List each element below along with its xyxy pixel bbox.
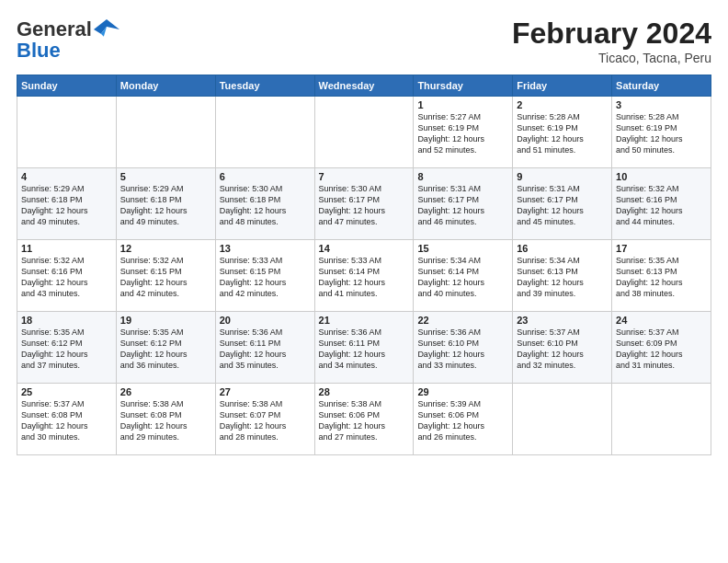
day-number: 3	[616, 99, 707, 110]
calendar-day-cell: 16Sunrise: 5:34 AM Sunset: 6:13 PM Dayli…	[513, 240, 612, 312]
calendar-day-cell: 4Sunrise: 5:29 AM Sunset: 6:18 PM Daylig…	[17, 168, 117, 240]
day-info: Sunrise: 5:30 AM Sunset: 6:18 PM Dayligh…	[220, 183, 311, 228]
day-number: 26	[120, 386, 211, 397]
day-info: Sunrise: 5:35 AM Sunset: 6:12 PM Dayligh…	[21, 327, 112, 372]
calendar-day-cell	[215, 97, 314, 168]
calendar-day-cell: 7Sunrise: 5:30 AM Sunset: 6:17 PM Daylig…	[314, 168, 414, 240]
day-number: 27	[220, 386, 311, 397]
calendar-day-cell: 25Sunrise: 5:37 AM Sunset: 6:08 PM Dayli…	[17, 384, 117, 455]
day-number: 4	[21, 171, 112, 182]
day-number: 18	[21, 315, 112, 326]
calendar-day-cell: 17Sunrise: 5:35 AM Sunset: 6:13 PM Dayli…	[612, 240, 711, 312]
calendar-day-cell: 21Sunrise: 5:36 AM Sunset: 6:11 PM Dayli…	[314, 312, 414, 384]
calendar-day-cell: 22Sunrise: 5:36 AM Sunset: 6:10 PM Dayli…	[414, 312, 513, 384]
day-number: 5	[120, 171, 211, 182]
day-info: Sunrise: 5:28 AM Sunset: 6:19 PM Dayligh…	[616, 111, 707, 156]
day-info: Sunrise: 5:37 AM Sunset: 6:09 PM Dayligh…	[616, 327, 707, 372]
month-title: February 2024	[512, 17, 711, 51]
weekday-header-cell: Sunday	[17, 75, 117, 97]
calendar-day-cell	[116, 97, 215, 168]
weekday-header-cell: Tuesday	[215, 75, 314, 97]
day-number: 8	[417, 171, 508, 182]
calendar-week-row: 1Sunrise: 5:27 AM Sunset: 6:19 PM Daylig…	[17, 97, 711, 168]
day-info: Sunrise: 5:39 AM Sunset: 6:06 PM Dayligh…	[417, 398, 508, 443]
day-info: Sunrise: 5:32 AM Sunset: 6:16 PM Dayligh…	[616, 183, 707, 228]
weekday-header-cell: Saturday	[612, 75, 711, 97]
calendar-day-cell: 26Sunrise: 5:38 AM Sunset: 6:08 PM Dayli…	[116, 384, 215, 455]
day-info: Sunrise: 5:38 AM Sunset: 6:06 PM Dayligh…	[319, 398, 410, 443]
day-number: 7	[319, 171, 410, 182]
calendar-day-cell: 23Sunrise: 5:37 AM Sunset: 6:10 PM Dayli…	[513, 312, 612, 384]
day-info: Sunrise: 5:28 AM Sunset: 6:19 PM Dayligh…	[517, 111, 608, 156]
svg-marker-0	[94, 19, 119, 34]
day-number: 15	[417, 243, 508, 254]
calendar-day-cell	[612, 384, 711, 455]
weekday-header-cell: Friday	[513, 75, 612, 97]
calendar-week-row: 11Sunrise: 5:32 AM Sunset: 6:16 PM Dayli…	[17, 240, 711, 312]
day-info: Sunrise: 5:31 AM Sunset: 6:17 PM Dayligh…	[517, 183, 608, 228]
day-info: Sunrise: 5:38 AM Sunset: 6:07 PM Dayligh…	[220, 398, 311, 443]
calendar-table: SundayMondayTuesdayWednesdayThursdayFrid…	[17, 75, 711, 455]
page-header: General Blue February 2024 Ticaco, Tacna…	[17, 17, 711, 65]
day-info: Sunrise: 5:34 AM Sunset: 6:13 PM Dayligh…	[517, 255, 608, 300]
calendar-day-cell: 8Sunrise: 5:31 AM Sunset: 6:17 PM Daylig…	[414, 168, 513, 240]
day-number: 9	[517, 171, 608, 182]
calendar-day-cell	[314, 97, 414, 168]
calendar-day-cell: 12Sunrise: 5:32 AM Sunset: 6:15 PM Dayli…	[116, 240, 215, 312]
day-info: Sunrise: 5:38 AM Sunset: 6:08 PM Dayligh…	[120, 398, 211, 443]
day-number: 13	[220, 243, 311, 254]
day-info: Sunrise: 5:36 AM Sunset: 6:10 PM Dayligh…	[417, 327, 508, 372]
logo: General Blue	[17, 17, 119, 63]
calendar-day-cell: 10Sunrise: 5:32 AM Sunset: 6:16 PM Dayli…	[612, 168, 711, 240]
day-number: 29	[417, 386, 508, 397]
calendar-week-row: 4Sunrise: 5:29 AM Sunset: 6:18 PM Daylig…	[17, 168, 711, 240]
calendar-day-cell: 18Sunrise: 5:35 AM Sunset: 6:12 PM Dayli…	[17, 312, 117, 384]
day-number: 20	[220, 315, 311, 326]
day-number: 23	[517, 315, 608, 326]
day-info: Sunrise: 5:36 AM Sunset: 6:11 PM Dayligh…	[220, 327, 311, 372]
day-info: Sunrise: 5:33 AM Sunset: 6:15 PM Dayligh…	[220, 255, 311, 300]
title-block: February 2024 Ticaco, Tacna, Peru	[512, 17, 711, 65]
calendar-day-cell: 29Sunrise: 5:39 AM Sunset: 6:06 PM Dayli…	[414, 384, 513, 455]
calendar-day-cell: 9Sunrise: 5:31 AM Sunset: 6:17 PM Daylig…	[513, 168, 612, 240]
logo-bird-icon	[94, 17, 119, 42]
day-number: 6	[220, 171, 311, 182]
calendar-day-cell: 5Sunrise: 5:29 AM Sunset: 6:18 PM Daylig…	[116, 168, 215, 240]
calendar-day-cell: 13Sunrise: 5:33 AM Sunset: 6:15 PM Dayli…	[215, 240, 314, 312]
calendar-day-cell: 3Sunrise: 5:28 AM Sunset: 6:19 PM Daylig…	[612, 97, 711, 168]
day-number: 22	[417, 315, 508, 326]
day-number: 19	[120, 315, 211, 326]
calendar-day-cell: 2Sunrise: 5:28 AM Sunset: 6:19 PM Daylig…	[513, 97, 612, 168]
day-number: 12	[120, 243, 211, 254]
day-info: Sunrise: 5:33 AM Sunset: 6:14 PM Dayligh…	[319, 255, 410, 300]
weekday-header-row: SundayMondayTuesdayWednesdayThursdayFrid…	[17, 75, 711, 97]
day-number: 1	[417, 99, 508, 110]
day-number: 25	[21, 386, 112, 397]
calendar-day-cell: 1Sunrise: 5:27 AM Sunset: 6:19 PM Daylig…	[414, 97, 513, 168]
day-info: Sunrise: 5:37 AM Sunset: 6:08 PM Dayligh…	[21, 398, 112, 443]
day-number: 11	[21, 243, 112, 254]
day-number: 24	[616, 315, 707, 326]
day-number: 14	[319, 243, 410, 254]
calendar-week-row: 25Sunrise: 5:37 AM Sunset: 6:08 PM Dayli…	[17, 384, 711, 455]
day-info: Sunrise: 5:34 AM Sunset: 6:14 PM Dayligh…	[417, 255, 508, 300]
calendar-day-cell: 14Sunrise: 5:33 AM Sunset: 6:14 PM Dayli…	[314, 240, 414, 312]
calendar-day-cell: 28Sunrise: 5:38 AM Sunset: 6:06 PM Dayli…	[314, 384, 414, 455]
calendar-day-cell: 20Sunrise: 5:36 AM Sunset: 6:11 PM Dayli…	[215, 312, 314, 384]
calendar-day-cell: 11Sunrise: 5:32 AM Sunset: 6:16 PM Dayli…	[17, 240, 117, 312]
location-title: Ticaco, Tacna, Peru	[512, 51, 711, 65]
calendar-body: 1Sunrise: 5:27 AM Sunset: 6:19 PM Daylig…	[17, 97, 711, 455]
calendar-day-cell: 6Sunrise: 5:30 AM Sunset: 6:18 PM Daylig…	[215, 168, 314, 240]
calendar-day-cell: 27Sunrise: 5:38 AM Sunset: 6:07 PM Dayli…	[215, 384, 314, 455]
day-number: 10	[616, 171, 707, 182]
day-number: 16	[517, 243, 608, 254]
day-info: Sunrise: 5:31 AM Sunset: 6:17 PM Dayligh…	[417, 183, 508, 228]
day-info: Sunrise: 5:37 AM Sunset: 6:10 PM Dayligh…	[517, 327, 608, 372]
day-info: Sunrise: 5:27 AM Sunset: 6:19 PM Dayligh…	[417, 111, 508, 156]
day-number: 21	[319, 315, 410, 326]
day-number: 28	[319, 386, 410, 397]
weekday-header-cell: Thursday	[414, 75, 513, 97]
calendar-day-cell	[17, 97, 117, 168]
calendar-day-cell: 15Sunrise: 5:34 AM Sunset: 6:14 PM Dayli…	[414, 240, 513, 312]
calendar-day-cell: 24Sunrise: 5:37 AM Sunset: 6:09 PM Dayli…	[612, 312, 711, 384]
